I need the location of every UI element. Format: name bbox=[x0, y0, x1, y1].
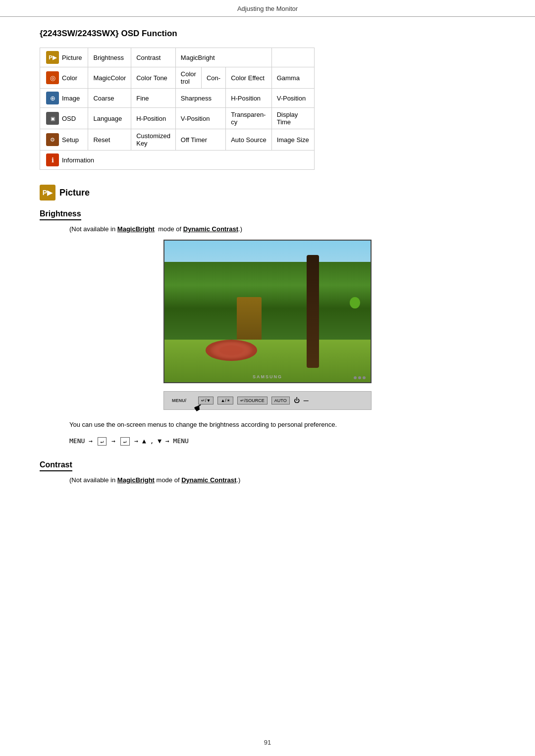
menu-label-information: Information bbox=[62, 156, 94, 164]
osd-menu-color: ◎ Color bbox=[40, 67, 88, 89]
osd-row-image: ⊕ Image Coarse Fine Sharpness H-Position… bbox=[40, 89, 315, 108]
source-btn[interactable]: ↵/SOURCE bbox=[237, 397, 268, 404]
osd-sub-reset: Reset bbox=[88, 129, 131, 151]
menu-label-osd: OSD bbox=[62, 115, 76, 122]
contrast-title: Contrast bbox=[40, 460, 72, 471]
osd-section-title: {2243SW/2243SWX} OSD Function bbox=[40, 29, 495, 39]
setup-icon: ⚙ bbox=[46, 133, 59, 146]
contrast-magicbright-term: MagicBright bbox=[117, 476, 155, 484]
brightness-body-text: You can use the on-screen menus to chang… bbox=[69, 420, 466, 430]
nav-enter-1[interactable]: ↵ bbox=[98, 437, 107, 446]
brightness-menu-nav: MENU → ↵ → ↵ → ▲ , ▼ → MENU bbox=[69, 437, 466, 446]
picture-icon: P▶ bbox=[46, 51, 59, 64]
osd-sub-coarse: Coarse bbox=[88, 89, 131, 108]
osd-sub-contrast: Contrast bbox=[131, 48, 176, 67]
nav-controls: ↵/▼ ▲/☀ ↵/SOURCE AUTO ⏻ — bbox=[198, 397, 309, 404]
osd-row-color: ◎ Color MagicColor Color Tone Colortrol … bbox=[40, 67, 315, 89]
up-sun-btn[interactable]: ▲/☀ bbox=[217, 397, 233, 404]
monitor-flowers bbox=[206, 340, 257, 361]
osd-menu-osd: ▣ OSD bbox=[40, 108, 88, 129]
brightness-note: (Not available in MagicBright mode of Dy… bbox=[69, 225, 495, 233]
osd-sub-brightness: Brightness bbox=[88, 48, 131, 67]
monitor-pagoda bbox=[237, 297, 262, 340]
monitor-small-buttons bbox=[354, 376, 366, 379]
osd-sub-sharpness: Sharpness bbox=[175, 89, 225, 108]
auto-btn[interactable]: AUTO bbox=[271, 397, 290, 404]
osd-menu-setup: ⚙ Setup bbox=[40, 129, 88, 151]
osd-sub-colortone: Color Tone bbox=[131, 67, 176, 89]
osd-sub-h-pos: H-Position bbox=[131, 108, 176, 129]
color-icon: ◎ bbox=[46, 71, 59, 84]
osd-sub-magicbright: MagicBright bbox=[175, 48, 271, 67]
osd-sub-vposition: V-Position bbox=[271, 89, 314, 108]
osd-sub-gamma: Gamma bbox=[271, 67, 314, 89]
osd-sub-fine: Fine bbox=[131, 89, 176, 108]
osd-sub-v-pos: V-Position bbox=[175, 108, 225, 129]
osd-row-setup: ⚙ Setup Reset CustomizedKey Off Timer Au… bbox=[40, 129, 315, 151]
menu-label-setup: Setup bbox=[62, 136, 79, 144]
info-icon: ℹ bbox=[46, 153, 59, 166]
brightness-title: Brightness bbox=[40, 209, 81, 220]
page-footer: 91 bbox=[0, 739, 535, 746]
monitor-display-image: SAMSUNG bbox=[163, 240, 372, 383]
osd-row-picture: P▶ Picture Brightness Contrast MagicBrig… bbox=[40, 48, 315, 67]
brightness-section: Brightness (Not available in MagicBright… bbox=[40, 209, 495, 446]
menu-btn[interactable]: MENU/ bbox=[172, 398, 186, 403]
osd-table: P▶ Picture Brightness Contrast MagicBrig… bbox=[40, 48, 315, 170]
osd-sub-language: Language bbox=[88, 108, 131, 129]
osd-row-information: ℹ Information bbox=[40, 151, 315, 170]
contrast-note: (Not available in MagicBright mode of Dy… bbox=[69, 476, 495, 484]
osd-sub-hposition: H-Position bbox=[226, 89, 272, 108]
osd-sub-transparency: Transparen-cy bbox=[226, 108, 272, 129]
menu-label-color: Color bbox=[62, 74, 77, 82]
osd-menu-information: ℹ Information bbox=[40, 151, 315, 170]
picture-section-header: P▶ Picture bbox=[40, 185, 495, 201]
picture-icon-large: P▶ bbox=[40, 185, 55, 201]
osd-icon: ▣ bbox=[46, 112, 59, 125]
osd-sub-customkey: CustomizedKey bbox=[131, 129, 176, 151]
minus-btn[interactable]: — bbox=[304, 398, 309, 403]
monitor-trees bbox=[164, 262, 371, 340]
osd-sub-imagesize: Image Size bbox=[271, 129, 314, 151]
dynamic-contrast-term: Dynamic Contrast bbox=[183, 225, 238, 233]
page-content: {2243SW/2243SWX} OSD Function P▶ Picture… bbox=[0, 29, 535, 520]
osd-menu-image: ⊕ Image bbox=[40, 89, 88, 108]
power-btn[interactable]: ⏻ bbox=[294, 397, 300, 404]
nav-enter-2[interactable]: ↵ bbox=[120, 437, 130, 446]
osd-sub-autosource: Auto Source bbox=[226, 129, 272, 151]
page-number: 91 bbox=[264, 739, 271, 746]
page-header: Adjusting the Monitor bbox=[0, 0, 535, 17]
osd-sub-displaytime: DisplayTime bbox=[271, 108, 314, 129]
magicbright-term: MagicBright bbox=[117, 225, 155, 233]
contrast-dynamic-contrast-term: Dynamic Contrast bbox=[181, 476, 236, 484]
monitor-controls-bar: MENU/ ↵/▼ ▲/☀ ↵/SOURCE AUTO ⏻ — ☛ bbox=[163, 391, 372, 410]
header-title: Adjusting the Monitor bbox=[237, 5, 298, 12]
monitor-samsung-brand: SAMSUNG bbox=[253, 374, 282, 379]
osd-sub-coloreffect: Color Effect bbox=[226, 67, 272, 89]
osd-sub-magiccolor: MagicColor bbox=[88, 67, 131, 89]
image-icon: ⊕ bbox=[46, 92, 59, 104]
osd-menu-picture: P▶ Picture bbox=[40, 48, 88, 67]
osd-sub-con: Con- bbox=[201, 67, 225, 89]
menu-label-picture: Picture bbox=[62, 54, 82, 61]
menu-label-image: Image bbox=[62, 95, 80, 102]
osd-sub-offtimer: Off Timer bbox=[175, 129, 225, 151]
contrast-section: Contrast (Not available in MagicBright m… bbox=[40, 460, 495, 484]
monitor-trunk bbox=[307, 255, 319, 368]
osd-sub-color: Colortrol bbox=[175, 67, 201, 89]
osd-row-osd: ▣ OSD Language H-Position V-Position Tra… bbox=[40, 108, 315, 129]
picture-title: Picture bbox=[59, 188, 90, 198]
